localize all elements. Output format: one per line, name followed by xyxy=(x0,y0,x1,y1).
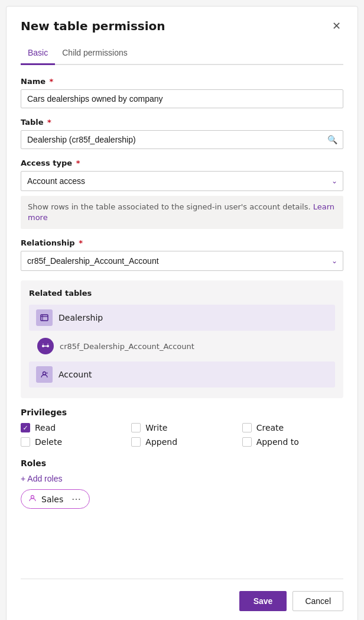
table-search-wrapper: 🔍 xyxy=(21,130,343,149)
table-required-star: * xyxy=(47,118,51,127)
related-item-connector: cr85f_Dealership_Account_Account xyxy=(29,333,335,359)
add-roles-button[interactable]: + Add roles xyxy=(21,474,62,483)
relationship-select[interactable]: cr85f_Dealership_Account_Account xyxy=(21,251,343,271)
table-search-icon: 🔍 xyxy=(327,135,337,144)
new-table-permission-dialog: New table permission ✕ Basic Child permi… xyxy=(6,6,358,620)
svg-point-8 xyxy=(43,372,46,375)
roles-section: Roles + Add roles Sales ⋯ xyxy=(21,458,343,509)
relationship-label: Relationship * xyxy=(21,238,343,247)
role-tag-sales: Sales ⋯ xyxy=(21,489,90,509)
dealership-table-icon xyxy=(36,309,53,326)
dealership-label: Dealership xyxy=(58,313,103,322)
name-required-star: * xyxy=(50,77,54,86)
related-item-account: Account xyxy=(29,361,335,388)
table-input[interactable] xyxy=(21,130,343,149)
roles-list: Sales ⋯ xyxy=(21,489,343,509)
name-label: Name * xyxy=(21,77,343,86)
tab-bar: Basic Child permissions xyxy=(21,43,343,65)
close-icon: ✕ xyxy=(332,20,341,32)
name-field-group: Name * xyxy=(21,77,343,108)
svg-point-10 xyxy=(31,496,34,499)
access-type-label: Access type * xyxy=(21,159,343,167)
svg-point-4 xyxy=(47,345,49,347)
privileges-section: Privileges ✓ Read Write Create xyxy=(21,408,343,447)
role-more-button[interactable]: ⋯ xyxy=(70,493,82,505)
privilege-write-checkbox[interactable] xyxy=(131,423,141,432)
account-label: Account xyxy=(58,370,92,379)
relationship-field-group: Relationship * cr85f_Dealership_Account_… xyxy=(21,238,343,271)
access-type-select[interactable]: Account access Global access Contact acc… xyxy=(21,171,343,191)
privilege-delete-checkbox[interactable] xyxy=(21,437,30,447)
close-button[interactable]: ✕ xyxy=(330,18,343,34)
related-item-dealership: Dealership xyxy=(29,305,335,331)
privilege-append[interactable]: Append xyxy=(131,437,232,447)
dialog-title: New table permission xyxy=(21,19,165,33)
privilege-delete[interactable]: Delete xyxy=(21,437,122,447)
privileges-grid: ✓ Read Write Create Delete Appe xyxy=(21,423,343,447)
privilege-read-checkbox[interactable]: ✓ xyxy=(21,423,30,432)
connector-label: cr85f_Dealership_Account_Account xyxy=(60,342,194,351)
access-type-info-box: Show rows in the table associated to the… xyxy=(21,196,343,229)
privilege-create[interactable]: Create xyxy=(242,423,343,432)
tab-basic[interactable]: Basic xyxy=(21,43,55,65)
relationship-required-star: * xyxy=(79,238,83,247)
privileges-title: Privileges xyxy=(21,408,343,417)
privilege-append-to[interactable]: Append to xyxy=(242,437,343,447)
privilege-read[interactable]: ✓ Read xyxy=(21,423,122,432)
svg-rect-0 xyxy=(41,315,48,321)
privilege-write[interactable]: Write xyxy=(131,423,232,432)
table-label: Table * xyxy=(21,118,343,127)
dialog-footer: Save Cancel xyxy=(21,579,343,611)
access-type-field-group: Access type * Account access Global acce… xyxy=(21,159,343,229)
save-button[interactable]: Save xyxy=(239,591,287,611)
table-field-group: Table * 🔍 xyxy=(21,118,343,149)
roles-title: Roles xyxy=(21,458,343,468)
svg-point-3 xyxy=(42,345,44,347)
name-input[interactable] xyxy=(21,89,343,108)
account-table-icon xyxy=(36,366,53,383)
tab-child-permissions[interactable]: Child permissions xyxy=(55,43,134,65)
privilege-append-checkbox[interactable] xyxy=(131,437,141,447)
relationship-select-wrapper: cr85f_Dealership_Account_Account ⌄ xyxy=(21,251,343,271)
role-sales-label: Sales xyxy=(41,495,63,504)
access-type-select-wrapper: Account access Global access Contact acc… xyxy=(21,171,343,191)
related-tables-title: Related tables xyxy=(29,289,335,298)
cancel-button[interactable]: Cancel xyxy=(292,591,343,611)
privilege-create-checkbox[interactable] xyxy=(242,423,252,432)
dialog-header: New table permission ✕ xyxy=(21,18,343,34)
access-type-required-star: * xyxy=(76,159,80,167)
role-person-icon xyxy=(28,494,37,504)
connector-icon xyxy=(37,338,54,354)
privilege-append-to-checkbox[interactable] xyxy=(242,437,252,447)
svg-point-9 xyxy=(46,372,48,374)
related-tables-container: Related tables Dealership xyxy=(21,280,343,398)
